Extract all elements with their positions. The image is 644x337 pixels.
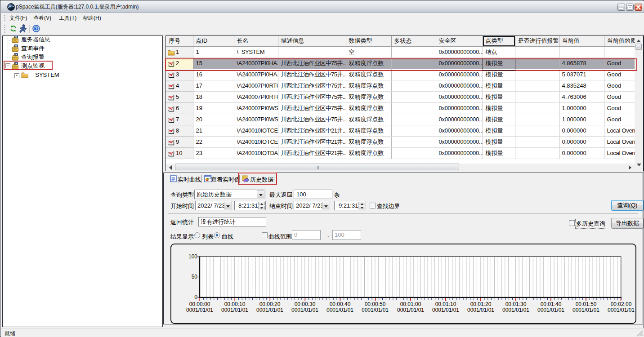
svg-text:?: ? xyxy=(35,26,38,31)
